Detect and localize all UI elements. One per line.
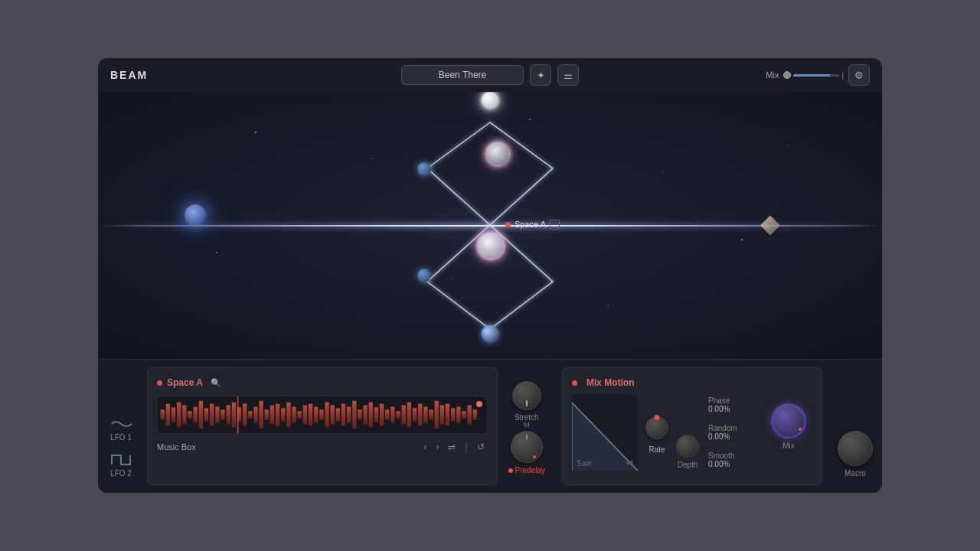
preset-edit-button[interactable]: ✦ <box>530 64 551 86</box>
svg-rect-56 <box>456 406 460 422</box>
mix-knob-area: Mix <box>765 377 812 475</box>
undo-button[interactable]: ↺ <box>474 440 488 454</box>
node-left-lower[interactable] <box>417 269 431 282</box>
svg-rect-22 <box>270 406 274 425</box>
svg-rect-15 <box>232 403 236 428</box>
svg-rect-57 <box>462 411 466 419</box>
svg-rect-26 <box>292 406 296 422</box>
svg-rect-41 <box>374 407 378 422</box>
svg-rect-27 <box>298 411 302 419</box>
prev-sample-button[interactable]: ‹ <box>420 440 430 454</box>
svg-rect-59 <box>473 409 477 419</box>
svg-rect-5 <box>177 403 181 428</box>
svg-rect-60 <box>237 396 239 433</box>
shuffle-sample-button[interactable]: ⇌ <box>445 440 459 454</box>
svg-rect-48 <box>413 408 416 421</box>
svg-rect-33 <box>331 406 335 425</box>
svg-rect-39 <box>363 406 367 425</box>
svg-rect-12 <box>215 406 219 422</box>
svg-rect-32 <box>325 403 328 428</box>
mix-label: Mix <box>766 70 779 80</box>
svg-rect-43 <box>385 409 389 419</box>
svg-rect-4 <box>172 407 175 422</box>
random-param: Random 0.00% <box>708 424 756 441</box>
mix-motion-title: Mix Motion <box>586 377 635 388</box>
svg-rect-3 <box>166 404 170 426</box>
app-title: BEAM <box>110 69 148 81</box>
waveform-end-marker <box>476 401 482 407</box>
svg-rect-28 <box>303 406 307 425</box>
svg-rect-2 <box>161 409 165 419</box>
svg-rect-44 <box>390 406 394 422</box>
svg-rect-47 <box>407 403 411 428</box>
filter-icon: ⚌ <box>564 70 573 81</box>
depth-knob[interactable] <box>676 435 699 458</box>
node-left-upper[interactable] <box>417 162 431 176</box>
svg-rect-21 <box>265 409 269 419</box>
smooth-param: Smooth 0.00% <box>708 452 756 468</box>
svg-rect-23 <box>276 404 279 426</box>
svg-rect-29 <box>309 404 312 426</box>
predelay-knob[interactable] <box>511 431 543 463</box>
mix-motion-knob[interactable] <box>771 403 806 439</box>
shuffle-envelope-button[interactable]: ⇌ <box>626 458 633 468</box>
rate-knob[interactable] <box>645 416 668 439</box>
depth-label: Depth <box>678 461 698 469</box>
svg-rect-50 <box>423 406 427 422</box>
svg-rect-10 <box>204 408 208 421</box>
svg-rect-36 <box>347 406 351 422</box>
svg-rect-31 <box>319 409 323 419</box>
svg-rect-35 <box>341 404 345 426</box>
svg-rect-54 <box>446 404 449 426</box>
divider: | <box>462 440 470 454</box>
space-a-search-icon[interactable]: 🔍 <box>211 378 221 388</box>
wand-icon: ✦ <box>537 70 545 81</box>
knobs-area: Stretch M Predelay <box>498 360 556 493</box>
svg-rect-24 <box>281 408 285 421</box>
gear-button[interactable]: ⚙ <box>848 64 870 86</box>
svg-rect-46 <box>402 406 406 425</box>
svg-rect-14 <box>226 406 230 425</box>
macro-area: Macro <box>828 360 882 493</box>
envelope-display[interactable]: Saw ⇌ <box>572 394 638 471</box>
svg-rect-53 <box>440 406 444 425</box>
svg-rect-11 <box>210 404 214 426</box>
macro-label: Macro <box>844 469 866 478</box>
node-bottom[interactable] <box>482 325 498 342</box>
preset-name-button[interactable]: Been There <box>401 65 524 85</box>
svg-rect-52 <box>435 401 439 429</box>
svg-rect-6 <box>182 406 186 425</box>
stretch-knob[interactable] <box>512 381 541 410</box>
lfo2-button[interactable]: LFO 2 <box>110 454 132 478</box>
saw-label: Saw <box>577 459 591 468</box>
node-top[interactable] <box>482 92 498 109</box>
mix-motion-panel: Mix Motion Saw ⇌ <box>562 367 822 485</box>
space-a-panel: Space A 🔍 <box>147 367 498 485</box>
space-a-panel-title: Space A <box>167 377 203 388</box>
svg-rect-20 <box>259 401 263 429</box>
svg-rect-55 <box>451 408 455 421</box>
macro-knob[interactable] <box>838 431 873 466</box>
svg-rect-18 <box>248 411 252 419</box>
mix-slider[interactable]: | <box>783 71 844 80</box>
filter-button[interactable]: ⚌ <box>557 64 579 86</box>
svg-rect-19 <box>253 406 257 422</box>
phase-param: Phase 0.00% <box>708 396 756 413</box>
svg-rect-8 <box>194 406 198 422</box>
lfo1-button[interactable]: LFO 1 <box>110 418 132 442</box>
node-center-upper[interactable] <box>485 142 510 166</box>
svg-rect-17 <box>243 404 247 426</box>
svg-rect-7 <box>188 411 191 419</box>
waveform-display <box>157 396 488 434</box>
space-a-viz-label: Space A <box>505 220 560 230</box>
sample-name: Music Box <box>157 442 417 452</box>
next-sample-button[interactable]: › <box>433 440 442 454</box>
svg-rect-40 <box>369 403 373 428</box>
svg-rect-49 <box>418 404 422 426</box>
node-center-lower[interactable] <box>477 232 505 259</box>
svg-rect-58 <box>467 406 471 425</box>
svg-rect-30 <box>314 406 318 422</box>
svg-rect-13 <box>220 409 224 419</box>
stretch-knob-container: Stretch <box>512 381 541 422</box>
svg-rect-51 <box>429 409 433 419</box>
